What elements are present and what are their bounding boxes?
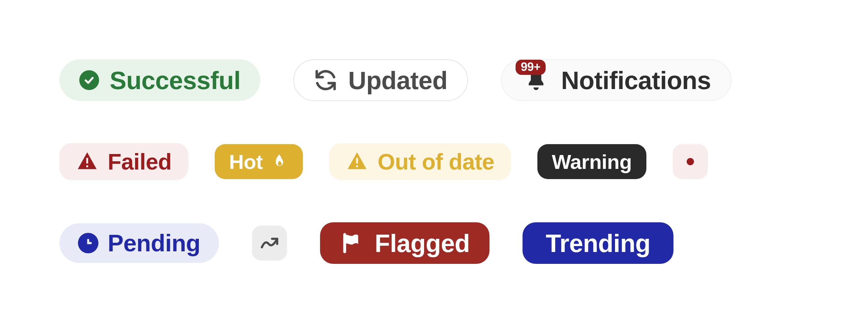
warning-badge: Warning	[537, 144, 646, 179]
trending-up-icon	[259, 233, 280, 253]
dot-icon	[687, 158, 694, 165]
badge-gallery: Successful Updated 99+ Notif	[0, 0, 868, 314]
svg-rect-3	[356, 165, 358, 167]
out-of-date-label: Out of date	[377, 149, 494, 174]
trending-badge: Trending	[523, 222, 674, 264]
notifications-badge: 99+ Notifications	[501, 59, 732, 101]
row-2: Failed Hot Out of date Warning	[59, 143, 868, 180]
successful-badge: Successful	[59, 59, 260, 101]
warning-label: Warning	[552, 150, 632, 174]
warning-triangle-icon	[76, 150, 98, 173]
updated-label: Updated	[348, 66, 447, 95]
failed-badge: Failed	[59, 143, 188, 180]
trend-icon-badge	[252, 225, 287, 260]
pending-label: Pending	[108, 230, 200, 256]
svg-rect-1	[86, 165, 88, 167]
check-circle-icon	[79, 70, 99, 90]
out-of-date-badge: Out of date	[329, 143, 510, 180]
notifications-label: Notifications	[561, 66, 711, 95]
flagged-badge: Flagged	[320, 222, 490, 264]
hot-badge: Hot	[215, 144, 303, 179]
hot-label: Hot	[229, 150, 263, 174]
svg-rect-0	[86, 158, 88, 164]
refresh-icon	[314, 68, 338, 92]
successful-label: Successful	[110, 66, 241, 95]
svg-rect-2	[356, 158, 358, 164]
status-dot-badge	[673, 144, 708, 179]
row-1: Successful Updated 99+ Notif	[59, 59, 868, 101]
row-3: Pending Flagged Trending	[59, 222, 868, 264]
clock-icon	[78, 233, 98, 253]
failed-label: Failed	[108, 149, 172, 174]
warning-triangle-icon	[346, 150, 368, 173]
pending-badge: Pending	[59, 223, 219, 263]
trending-label: Trending	[546, 229, 650, 257]
flag-icon	[340, 232, 363, 255]
bell-icon: 99+	[522, 66, 551, 95]
updated-badge: Updated	[293, 59, 468, 101]
notifications-count: 99+	[516, 60, 546, 75]
fire-icon	[271, 153, 288, 171]
flagged-label: Flagged	[375, 229, 470, 257]
